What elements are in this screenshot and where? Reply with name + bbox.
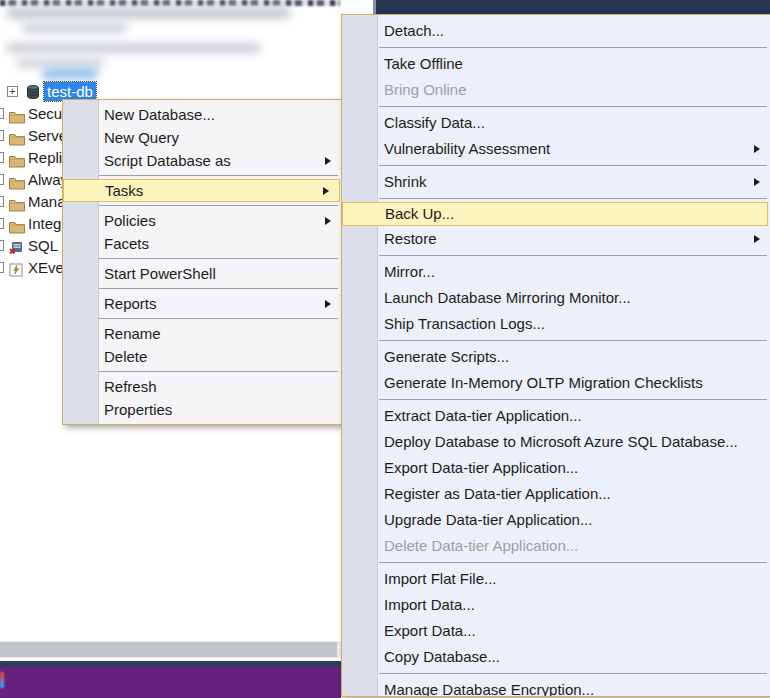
menu-item-label: Ship Transaction Logs... <box>384 315 545 332</box>
menu-item-mirror[interactable]: Mirror... <box>342 259 770 285</box>
expand-plus-icon[interactable]: + <box>0 108 4 119</box>
folder-icon <box>9 174 25 190</box>
ssms-object-explorer-screen: { "explorer": { "items": [ {"type":"data… <box>0 0 770 698</box>
menu-item-facets[interactable]: Facets <box>63 232 341 255</box>
menu-item-label: Mirror... <box>384 263 435 280</box>
menu-item-export-data-tier-application[interactable]: Export Data-tier Application... <box>342 455 770 481</box>
menu-item-vulnerability-assessment[interactable]: Vulnerability Assessment <box>342 136 770 162</box>
redacted-content-blur <box>16 58 104 68</box>
menu-item-import-flat-file[interactable]: Import Flat File... <box>342 566 770 592</box>
menu-item-shrink[interactable]: Shrink <box>342 169 770 195</box>
menu-item-launch-database-mirroring-monitor[interactable]: Launch Database Mirroring Monitor... <box>342 285 770 311</box>
menu-item-label: Refresh <box>104 378 157 395</box>
menu-item-label: Reports <box>104 295 157 312</box>
menu-item-label: Manage Database Encryption... <box>384 681 594 697</box>
menu-item-label: Shrink <box>384 173 427 190</box>
tasks-submenu: Detach... Take Offline Bring Online Clas… <box>341 14 770 697</box>
expand-plus-icon[interactable]: + <box>0 130 4 141</box>
menu-item-generate-in-memory-oltp-migration-checklists[interactable]: Generate In-Memory OLTP Migration Checkl… <box>342 370 770 396</box>
menu-item-policies[interactable]: Policies <box>63 209 341 232</box>
menu-item-extract-data-tier-application[interactable]: Extract Data-tier Application... <box>342 403 770 429</box>
menu-item-new-database[interactable]: New Database... <box>63 103 341 126</box>
menu-separator <box>342 396 770 403</box>
expand-plus-icon[interactable]: + <box>0 174 4 185</box>
menu-item-label: Copy Database... <box>384 648 500 665</box>
menu-item-label: Import Flat File... <box>384 570 497 587</box>
menu-separator <box>342 559 770 566</box>
menu-item-properties[interactable]: Properties <box>63 398 341 421</box>
expand-plus-icon[interactable]: + <box>0 218 4 229</box>
status-bar-icon <box>0 672 4 688</box>
horizontal-scrollbar-track[interactable] <box>0 641 341 658</box>
menu-item-label: Upgrade Data-tier Application... <box>384 511 592 528</box>
menu-item-generate-scripts[interactable]: Generate Scripts... <box>342 344 770 370</box>
tree-item-label: Mana <box>28 191 66 213</box>
menu-item-import-data[interactable]: Import Data... <box>342 592 770 618</box>
xevent-icon <box>9 261 25 277</box>
submenu-arrow-icon <box>325 157 331 165</box>
menu-item-tasks[interactable]: Tasks <box>63 179 340 202</box>
menu-item-label: Delete Data-tier Application... <box>384 537 578 554</box>
menu-item-reports[interactable]: Reports <box>63 292 341 315</box>
menu-separator <box>342 162 770 169</box>
expand-plus-icon[interactable]: + <box>7 86 18 97</box>
menu-item-label: Restore <box>384 230 437 247</box>
menu-item-label: Export Data-tier Application... <box>384 459 578 476</box>
status-bar <box>0 667 341 698</box>
menu-item-label: Register as Data-tier Application... <box>384 485 611 502</box>
menu-item-delete[interactable]: Delete <box>63 345 341 368</box>
menu-item-detach[interactable]: Detach... <box>342 18 770 44</box>
submenu-arrow-icon <box>325 300 331 308</box>
redacted-content-blur <box>6 7 291 19</box>
menu-separator <box>342 103 770 110</box>
menu-item-script-database-as[interactable]: Script Database as <box>63 149 341 172</box>
menu-item-label: New Database... <box>104 106 215 123</box>
menu-item-bring-online[interactable]: Bring Online <box>342 77 770 103</box>
submenu-arrow-icon <box>325 217 331 225</box>
menu-item-label: Deploy Database to Microsoft Azure SQL D… <box>384 433 738 450</box>
menu-item-label: Script Database as <box>104 152 231 169</box>
menu-item-label: Facets <box>104 235 149 252</box>
menu-separator <box>342 44 770 51</box>
menu-item-new-query[interactable]: New Query <box>63 126 341 149</box>
menu-separator <box>63 202 341 209</box>
menu-item-restore[interactable]: Restore <box>342 226 770 252</box>
menu-item-label: Delete <box>104 348 147 365</box>
expand-plus-icon[interactable]: + <box>0 240 4 251</box>
menu-separator <box>342 195 770 202</box>
menu-item-label: Generate In-Memory OLTP Migration Checkl… <box>384 374 703 391</box>
menu-item-label: Generate Scripts... <box>384 348 509 365</box>
horizontal-scrollbar-thumb[interactable] <box>0 642 337 657</box>
menu-item-rename[interactable]: Rename <box>63 322 341 345</box>
expand-plus-icon[interactable]: + <box>0 196 4 207</box>
menu-separator <box>63 315 341 322</box>
menu-item-classify-data[interactable]: Classify Data... <box>342 110 770 136</box>
menu-item-back-up[interactable]: Back Up... <box>342 202 768 226</box>
expand-plus-icon[interactable]: + <box>0 262 4 273</box>
folder-icon <box>9 218 25 234</box>
menu-item-label: Take Offline <box>384 55 463 72</box>
menu-separator <box>342 252 770 259</box>
menu-item-take-offline[interactable]: Take Offline <box>342 51 770 77</box>
redacted-content-blur <box>22 23 127 33</box>
menu-item-register-as-data-tier-application[interactable]: Register as Data-tier Application... <box>342 481 770 507</box>
menu-item-ship-transaction-logs[interactable]: Ship Transaction Logs... <box>342 311 770 337</box>
menu-item-label: Back Up... <box>385 205 454 222</box>
menu-item-start-powershell[interactable]: Start PowerShell <box>63 262 341 285</box>
menu-item-label: Launch Database Mirroring Monitor... <box>384 289 631 306</box>
menu-item-copy-database[interactable]: Copy Database... <box>342 644 770 670</box>
menu-item-manage-database-encryption[interactable]: Manage Database Encryption... <box>342 677 770 697</box>
expand-plus-icon[interactable]: + <box>0 152 4 163</box>
menu-separator <box>63 368 341 375</box>
menu-item-export-data[interactable]: Export Data... <box>342 618 770 644</box>
menu-item-refresh[interactable]: Refresh <box>63 375 341 398</box>
menu-item-label: New Query <box>104 129 179 146</box>
menu-item-label: Policies <box>104 212 156 229</box>
folder-icon <box>9 130 25 146</box>
menu-item-label: Bring Online <box>384 81 467 98</box>
menu-item-delete-data-tier-application[interactable]: Delete Data-tier Application... <box>342 533 770 559</box>
context-menu: New Database... New Query Script Databas… <box>62 99 342 425</box>
menu-separator <box>342 337 770 344</box>
menu-item-deploy-database-to-microsoft-azure-sql-database[interactable]: Deploy Database to Microsoft Azure SQL D… <box>342 429 770 455</box>
menu-item-upgrade-data-tier-application[interactable]: Upgrade Data-tier Application... <box>342 507 770 533</box>
